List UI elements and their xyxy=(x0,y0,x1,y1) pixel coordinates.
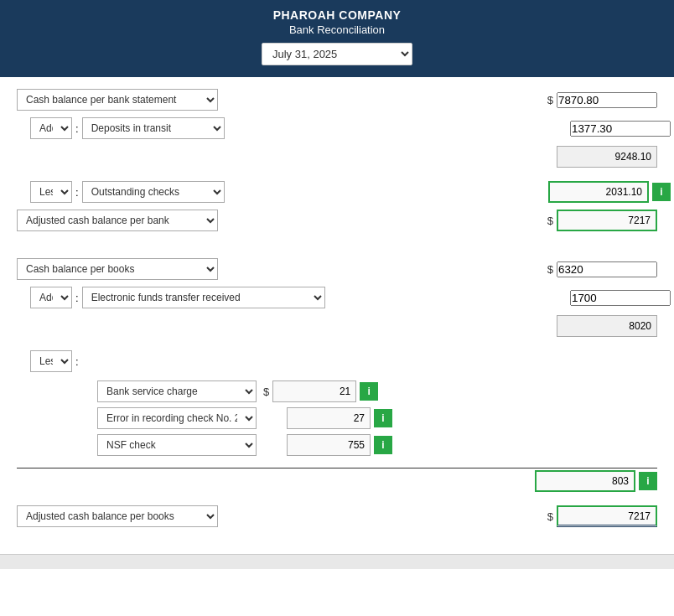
subtotal-2-input xyxy=(557,315,657,337)
nsf-check-input[interactable] xyxy=(287,434,371,456)
bank-balance-row: Cash balance per bank statement $ xyxy=(17,89,657,111)
books-balance-right: $ xyxy=(547,261,657,277)
less-books-left: Less : xyxy=(30,350,671,372)
report-title: Bank Reconciliation xyxy=(17,23,657,36)
error-check-info-btn[interactable]: i xyxy=(374,409,392,427)
eft-right xyxy=(570,290,671,306)
dollar-sign-1: $ xyxy=(547,94,553,106)
adjusted-bank-right: $ xyxy=(547,210,657,231)
books-balance-left: Cash balance per books xyxy=(17,258,547,280)
colon-2: : xyxy=(75,186,79,199)
colon-1: : xyxy=(75,122,79,135)
bank-balance-select[interactable]: Cash balance per bank statement xyxy=(17,89,218,111)
eft-input[interactable] xyxy=(570,290,671,306)
bank-balance-right: $ xyxy=(547,92,657,108)
outstanding-left: Less : Outstanding checks xyxy=(30,181,548,203)
less-select-2[interactable]: Less xyxy=(30,350,72,372)
header: PHAROAH COMPANY Bank Reconciliation July… xyxy=(0,0,674,77)
outstanding-input[interactable] xyxy=(548,181,649,203)
company-name: PHAROAH COMPANY xyxy=(17,8,657,22)
adjusted-bank-row: Adjusted cash balance per bank $ xyxy=(17,210,657,231)
subtotal-2-row xyxy=(17,315,657,337)
deposits-left: Add : Deposits in transit xyxy=(30,117,570,139)
add-select-2[interactable]: Add xyxy=(30,287,72,308)
adjusted-books-left: Adjusted cash balance per books xyxy=(17,505,547,527)
eft-left: Add : Electronic funds transfer received xyxy=(30,287,570,308)
adjusted-bank-left: Adjusted cash balance per bank xyxy=(17,210,547,231)
error-check-input[interactable] xyxy=(287,407,371,429)
deposits-right xyxy=(570,121,671,137)
bank-balance-left: Cash balance per bank statement xyxy=(17,89,547,111)
sub-items-container: Bank service charge $ i Error in recordi… xyxy=(97,380,657,456)
bank-charge-select[interactable]: Bank service charge xyxy=(97,380,257,402)
adjusted-books-input[interactable] xyxy=(557,505,657,527)
error-check-row: Error in recording check No. 2480 i xyxy=(97,407,657,429)
less-total-row: i xyxy=(17,468,657,492)
page: PHAROAH COMPANY Bank Reconciliation July… xyxy=(0,0,674,616)
books-balance-select[interactable]: Cash balance per books xyxy=(17,258,218,280)
adjusted-books-select[interactable]: Adjusted cash balance per books xyxy=(17,505,218,527)
less-select-1[interactable]: Less xyxy=(30,181,72,203)
dollar-sign-3: $ xyxy=(547,263,553,276)
bank-charge-info-btn[interactable]: i xyxy=(360,382,378,401)
less-total-input xyxy=(535,470,635,492)
date-select[interactable]: July 31, 2025 xyxy=(262,43,412,65)
outstanding-right: i xyxy=(548,181,671,203)
dollar-sign-5: $ xyxy=(547,510,553,523)
adjusted-bank-input[interactable] xyxy=(557,210,657,231)
adjusted-books-row: Adjusted cash balance per books $ xyxy=(17,505,657,527)
outstanding-info-btn[interactable]: i xyxy=(652,183,671,201)
outstanding-row: Less : Outstanding checks i xyxy=(30,181,671,203)
colon-4: : xyxy=(75,355,79,368)
adjusted-bank-select[interactable]: Adjusted cash balance per bank xyxy=(17,210,218,231)
dollar-sign-2: $ xyxy=(547,215,553,227)
less-books-row: Less : xyxy=(30,350,671,372)
books-balance-row: Cash balance per books $ xyxy=(17,258,657,280)
date-select-container: July 31, 2025 xyxy=(17,43,657,65)
deposits-select[interactable]: Deposits in transit xyxy=(82,117,225,139)
adjusted-books-right: $ xyxy=(547,505,657,527)
less-total-info-btn[interactable]: i xyxy=(639,472,657,490)
deposits-input[interactable] xyxy=(570,121,671,137)
nsf-check-row: NSF check i xyxy=(97,434,657,456)
subtotal-1-input xyxy=(557,146,657,168)
bank-charge-input[interactable] xyxy=(272,380,356,402)
error-check-select[interactable]: Error in recording check No. 2480 xyxy=(97,407,257,429)
dollar-sign-4: $ xyxy=(263,386,269,398)
deposits-row: Add : Deposits in transit xyxy=(30,117,671,139)
eft-select[interactable]: Electronic funds transfer received xyxy=(82,287,325,308)
colon-3: : xyxy=(75,292,79,304)
bank-balance-input[interactable] xyxy=(557,92,657,108)
add-select-1[interactable]: Add xyxy=(30,117,72,139)
content: Cash balance per bank statement $ Add : … xyxy=(0,77,674,546)
subtotal-1-row xyxy=(17,146,657,168)
eft-row: Add : Electronic funds transfer received xyxy=(30,287,671,308)
books-balance-input[interactable] xyxy=(557,261,657,277)
bank-charge-row: Bank service charge $ i xyxy=(97,380,657,402)
nsf-check-select[interactable]: NSF check xyxy=(97,434,257,456)
outstanding-select[interactable]: Outstanding checks xyxy=(82,181,225,203)
footer-bar xyxy=(0,554,674,569)
nsf-check-info-btn[interactable]: i xyxy=(374,436,392,454)
